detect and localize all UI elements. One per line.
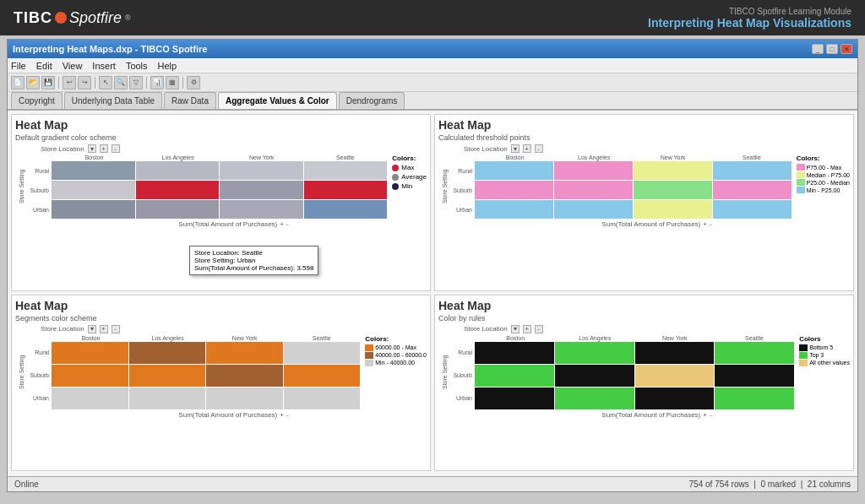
toolbar-settings-icon[interactable]: ⚙ — [187, 76, 200, 89]
panel-br-x-label-boston: Boston — [476, 335, 555, 341]
panel-tr-sl-plus[interactable]: + — [523, 144, 531, 153]
panel-tl-sl-minus[interactable]: - — [112, 144, 120, 153]
panel-br-sl-minus[interactable]: - — [535, 325, 543, 333]
panel-br-x-label-ny: New York — [635, 335, 715, 341]
panel-tl-row-rural: Rural — [29, 161, 387, 180]
toolbar-chart-icon[interactable]: 📊 — [150, 76, 164, 89]
panel-br-x-axis-label: Sum(Total Amount of Purchases) + - — [464, 411, 850, 419]
menu-view[interactable]: View — [63, 61, 83, 71]
panel-tr-cell-urban-seattle — [713, 200, 792, 219]
panel-br-x-labels: Boston Los Angeles New York Seattle — [476, 335, 794, 341]
panel-tl-row-label-suburb: Suburb — [29, 187, 51, 193]
panel-br-cell-rural-boston — [475, 342, 554, 364]
panel-tr-sl-minus[interactable]: - — [535, 144, 543, 153]
panel-bl-sl-minus[interactable]: - — [112, 325, 120, 333]
panel-br-cell-suburb-seattle — [715, 365, 794, 387]
panel-tl-title: Heat Map — [15, 118, 427, 132]
panel-bl-sl-dropdown[interactable]: ▾ — [88, 325, 96, 333]
panel-br-row-label-rural: Rural — [452, 350, 474, 355]
tab-aggregate-values[interactable]: Aggregate Values & Color — [218, 92, 337, 109]
panel-br-cell-rural-ny — [635, 342, 715, 364]
tab-raw-data[interactable]: Raw Data — [164, 92, 216, 109]
panel-tl-legend-min-dot — [392, 183, 399, 190]
panel-tl-x-axis-plus[interactable]: + — [280, 220, 284, 228]
tab-underlying-data[interactable]: Underlying Data Table — [64, 92, 162, 109]
panel-bl-cell-urban-la — [129, 387, 206, 409]
maximize-button[interactable]: □ — [826, 44, 838, 54]
toolbar-redo-icon[interactable]: ↪ — [78, 76, 91, 89]
panel-tl-cell-urban-ny — [220, 200, 303, 219]
panel-bl-x-axis-plus[interactable]: + — [280, 411, 284, 419]
panel-br-sl-plus[interactable]: + — [523, 325, 531, 333]
panel-tr-x-axis-plus[interactable]: + — [703, 220, 707, 228]
close-button[interactable]: ✕ — [841, 44, 852, 54]
toolbar-sep3 — [146, 77, 147, 89]
panel-br-cell-suburb-boston — [475, 365, 554, 387]
window-controls[interactable]: _ □ ✕ — [812, 44, 852, 54]
panel-br-legend-other-label: All other values — [809, 360, 850, 366]
toolbar-cursor-icon[interactable]: ↖ — [99, 76, 112, 89]
panel-br-x-axis-text: Sum(Total Amount of Purchases) — [601, 411, 700, 419]
toolbar-open-icon[interactable]: 📂 — [26, 76, 40, 89]
panel-tr-cell-rural-ny — [634, 161, 712, 180]
minimize-button[interactable]: _ — [812, 44, 824, 54]
panel-bl-row-suburb: Suburb — [29, 365, 360, 387]
toolbar-filter-icon[interactable]: ▽ — [129, 76, 143, 89]
toolbar-zoom-icon[interactable]: 🔍 — [114, 76, 128, 89]
learning-module-label: TIBCO Spotfire Learning Module — [648, 7, 851, 16]
panel-bl-x-label-ny: New York — [206, 335, 283, 341]
panel-tr-x-labels: Boston Los Angeles New York Seattle — [476, 154, 792, 160]
menu-insert[interactable]: Insert — [92, 61, 116, 71]
panel-tr-x-label-boston: Boston — [476, 154, 554, 160]
panel-tr-cell-urban-la — [554, 200, 633, 219]
panel-br-x-label-seattle: Seattle — [715, 335, 794, 341]
panel-tr-sl-dropdown[interactable]: ▾ — [511, 144, 520, 153]
panel-tl-cell-rural-la — [136, 161, 220, 180]
panel-br-legend-top3-label: Top 3 — [809, 352, 824, 358]
panel-tr-subtitle: Calculated threshold points — [438, 133, 850, 142]
panel-br-legend-top3-rect — [799, 352, 808, 359]
panel-tl-cell-suburb-ny — [220, 181, 303, 199]
menu-help[interactable]: Help — [158, 61, 177, 71]
tibco-o-icon — [55, 12, 67, 24]
panel-br-legend-title: Colors — [799, 335, 850, 343]
panel-br-x-axis-plus[interactable]: + — [703, 411, 707, 419]
panel-bl-row-label-suburb: Suburb — [29, 372, 51, 378]
panel-bl-row-rural: Rural — [29, 342, 360, 364]
panel-tl-sl-dropdown[interactable]: ▾ — [88, 144, 96, 153]
panel-bl-cell-suburb-ny — [206, 365, 283, 387]
panel-br-sl-dropdown[interactable]: ▾ — [511, 325, 520, 333]
panel-tr-legend-median-p75: Median - P75.00 — [797, 171, 850, 178]
panel-bl-cell-rural-seattle — [284, 342, 361, 364]
logo-area: TIBC Spotfire ® — [14, 9, 131, 27]
panel-tl-cell-rural-boston — [52, 161, 135, 180]
toolbar-save-icon[interactable]: 💾 — [41, 76, 55, 89]
panel-tl-x-axis-minus[interactable]: - — [286, 220, 289, 228]
panel-tr-x-axis-minus[interactable]: - — [710, 220, 712, 228]
panel-tr-row-label-rural: Rural — [452, 168, 474, 174]
panel-tl-sl-plus[interactable]: + — [100, 144, 108, 153]
panel-bl-x-axis-minus[interactable]: - — [286, 411, 289, 419]
panel-br-title: Heat Map — [438, 299, 850, 312]
toolbar-table-icon[interactable]: ▦ — [166, 76, 179, 89]
tab-dendrograms[interactable]: Dendrograms — [339, 92, 405, 109]
panel-tl-x-label-la: Los Angeles — [136, 154, 220, 160]
menu-file[interactable]: File — [11, 61, 26, 71]
toolbar-undo-icon[interactable]: ↩ — [63, 76, 76, 89]
panel-br-legend-other-rect — [799, 360, 808, 366]
window-chrome: Interpreting Heat Maps.dxp - TIBCO Spotf… — [7, 39, 858, 492]
panel-tl-legend-min-label: Min — [401, 182, 412, 190]
panel-tl-legend-title: Colors: — [392, 154, 427, 162]
spotfire-text: Spotfire — [69, 9, 122, 27]
toolbar-new-icon[interactable]: 📄 — [11, 76, 24, 89]
menu-tools[interactable]: Tools — [126, 61, 148, 71]
panel-bl-cell-suburb-seattle — [284, 365, 361, 387]
panel-bl-sl-plus[interactable]: + — [100, 325, 108, 333]
tab-copyright[interactable]: Copyright — [11, 92, 63, 109]
menu-edit[interactable]: Edit — [36, 61, 52, 71]
panel-tr-legend-min-p25-rect — [797, 187, 805, 193]
panel-br-store-location-label: Store Location — [464, 325, 508, 333]
panel-br-x-axis-minus[interactable]: - — [710, 411, 712, 419]
panel-bl-legend-min: Min - 40000.00 — [365, 360, 427, 366]
panel-tl-y-axis-label: Store Setting — [15, 154, 27, 219]
